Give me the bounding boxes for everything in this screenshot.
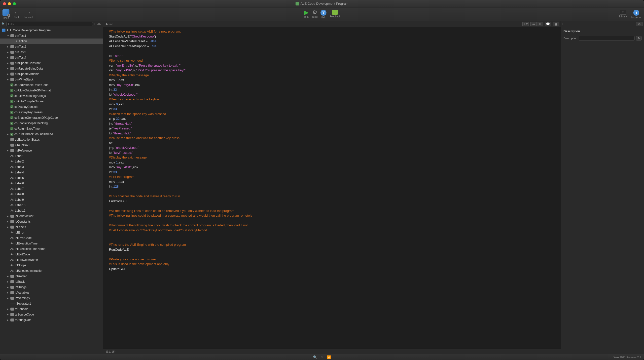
tree-item[interactable]: ✓cbReturnExecTime	[0, 126, 103, 131]
tree-item[interactable]: AaLabel7	[0, 186, 103, 192]
project-navigator[interactable]: ALE Code Development Program▼btnTest1 Ac…	[0, 27, 103, 354]
tree-item[interactable]: AalblSelectedInstruction	[0, 268, 103, 273]
tree-item[interactable]: ▶lbCodeViewer	[0, 213, 103, 219]
tree-item[interactable]: ▶taStringData	[0, 317, 103, 323]
code-line: //Paste your code above this line	[109, 257, 555, 262]
tree-item[interactable]: AaLabel1	[0, 153, 103, 159]
tree-item[interactable]: AaLabel8	[0, 192, 103, 197]
breadcrumb[interactable]: Action	[106, 23, 113, 26]
tree-item[interactable]: ✓cbAllowUpdatingStrings	[0, 93, 103, 99]
build-button[interactable]: ⚙ Build	[312, 10, 318, 19]
code-line: var_ "myEntryStr",s,"Press the space key…	[109, 63, 555, 68]
rss-icon[interactable]: 📶	[327, 355, 331, 359]
tree-item[interactable]: ▶lbStrings	[0, 284, 103, 290]
tree-item[interactable]: AaLabel9	[0, 197, 103, 202]
filter-toggle-icon[interactable]: ⦀	[94, 23, 95, 26]
insert-button[interactable]: Insert	[2, 9, 10, 19]
tree-item[interactable]: ✓cbDisplayKeyStrokes	[0, 110, 103, 115]
tree-item[interactable]: ▶lbVariables	[0, 290, 103, 295]
feedback-button[interactable]: Feedback	[330, 10, 340, 19]
tree-item[interactable]: AaLabel11	[0, 208, 103, 213]
tree-item[interactable]: ▶btnTest4	[0, 55, 103, 60]
tree-item[interactable]: ▶btnTest3	[0, 50, 103, 55]
tree-item[interactable]: ▶taConsole	[0, 306, 103, 312]
add-button[interactable]: + ▾	[522, 22, 529, 26]
search-icon[interactable]: 🔍	[313, 355, 317, 359]
tree-item[interactable]: gbExecutionStatus	[0, 137, 103, 142]
back-button[interactable]: ← Back	[14, 10, 19, 19]
inspector-icon: i	[633, 10, 639, 16]
minimize-window-button[interactable]	[8, 2, 11, 5]
search-icon: 🔍	[2, 22, 5, 26]
tree-item[interactable]: ▶lbWarnings	[0, 295, 103, 301]
tree-item[interactable]: ▶lbConstants	[0, 219, 103, 224]
tree-item[interactable]: AaLabel3	[0, 164, 103, 170]
tree-item[interactable]: Action	[0, 39, 103, 44]
tree-item[interactable]: ✓cbEnableScopeChecking	[0, 121, 103, 126]
comment-button[interactable]: 💬	[545, 22, 551, 26]
help-button[interactable]: ? Help	[320, 10, 326, 19]
code-editor[interactable]: //The following lines setup ALE for a ne…	[103, 27, 561, 348]
tree-item[interactable]: ▶btnUpdateConstant	[0, 60, 103, 66]
tree-item[interactable]: AalblExecutionTime	[0, 241, 103, 246]
code-line: je "keyPressed:"	[109, 126, 555, 131]
cursor-position: (31, 18)	[106, 350, 116, 353]
edit-description-button[interactable]: ✎	[636, 36, 642, 41]
code-line: cmp 32,eax	[109, 116, 555, 121]
tree-item[interactable]: ▶btnUpdateVariable	[0, 71, 103, 77]
view-mode-1[interactable]: ▭	[530, 22, 537, 26]
library-button[interactable]: ⊞ Library	[619, 10, 627, 19]
inspector-panel: Description Description ✎	[561, 27, 644, 354]
version-label: Xojo 2021 Release 2.1	[614, 356, 641, 359]
tree-item[interactable]: ▶btnTest2	[0, 44, 103, 50]
project-root[interactable]: ALE Code Development Program	[0, 28, 103, 33]
tree-item[interactable]: AaLabel5	[0, 175, 103, 181]
tree-item[interactable]: GroupBox1	[0, 142, 103, 148]
description-input[interactable]	[579, 36, 634, 41]
inspector-button[interactable]: i Inspector	[631, 10, 642, 19]
code-line: int 128	[109, 184, 555, 189]
run-button[interactable]: ▶ Run	[304, 10, 309, 19]
tree-item[interactable]: ▶btnUpdateStringData	[0, 66, 103, 71]
panel-toggle-icon[interactable]: ⦀	[562, 23, 563, 26]
filter-input[interactable]	[6, 22, 93, 26]
code-line: int 33	[109, 87, 555, 92]
code-line: //This runs the ALE Engine with the comp…	[109, 242, 555, 247]
view-mode-2[interactable]: ▯	[537, 22, 543, 26]
tree-item[interactable]: ▶lbProfiler	[0, 273, 103, 279]
tree-item[interactable]: ✓cbAutoCompileOnLoad	[0, 99, 103, 104]
tree-item[interactable]: AalblExecutionTimeName	[0, 246, 103, 252]
forward-button[interactable]: → Forward	[24, 10, 33, 19]
tree-item[interactable]: ✓cbAllowOriginalASMFormat	[0, 88, 103, 93]
tree-item[interactable]: ▶✓cbRunOnBackGroundThread	[0, 131, 103, 137]
warnings-icon[interactable]: ⚠	[320, 355, 324, 359]
tree-item[interactable]: ✓cbAddVariableResetCode	[0, 82, 103, 88]
tree-item[interactable]: ▼btnTest1	[0, 33, 103, 39]
tree-item[interactable]: AalblExitCodeName	[0, 257, 103, 263]
tree-item[interactable]: AaLabel10	[0, 202, 103, 208]
filter-bar: 🔍 ⦀ ◀ ▶ Action + ▾ ▭ ▯ 💬 ▦ ⦀ ⚙	[0, 21, 644, 27]
tree-item[interactable]: AalblErrorCode	[0, 235, 103, 241]
tree-item[interactable]: AaLabel4	[0, 170, 103, 175]
close-window-button[interactable]	[3, 2, 6, 5]
tree-item[interactable]: ▶lbLabels	[0, 224, 103, 230]
tree-item[interactable]: ▶lbStack	[0, 279, 103, 284]
settings-button[interactable]: ⚙	[636, 22, 642, 26]
maximize-window-button[interactable]	[13, 2, 16, 5]
nav-forward-icon[interactable]: ▶	[99, 23, 101, 25]
nav-back-icon[interactable]: ◀	[97, 23, 99, 25]
gear-icon: ⚙	[638, 22, 641, 26]
tree-item[interactable]: AalblExitCode	[0, 252, 103, 257]
tree-item[interactable]: ✓cbDisplayConsole	[0, 104, 103, 110]
code-line: //This finalizes the code and makes it r…	[109, 194, 555, 199]
tree-item[interactable]: ▶hvReference	[0, 148, 103, 153]
tree-item[interactable]: ▶btnWriteStack	[0, 77, 103, 82]
tree-item[interactable]: AalblScope	[0, 263, 103, 268]
tree-item[interactable]: AalblError	[0, 230, 103, 235]
tree-item[interactable]: AaLabel6	[0, 181, 103, 186]
tree-item[interactable]: AaLabel2	[0, 159, 103, 164]
tree-item[interactable]: ▶taSourceCode	[0, 312, 103, 317]
tree-item[interactable]: ───Separator1	[0, 301, 103, 306]
tree-item[interactable]: ✓cbEnableGenerationOfXojoCode	[0, 115, 103, 121]
layout-button[interactable]: ▦	[553, 22, 559, 26]
